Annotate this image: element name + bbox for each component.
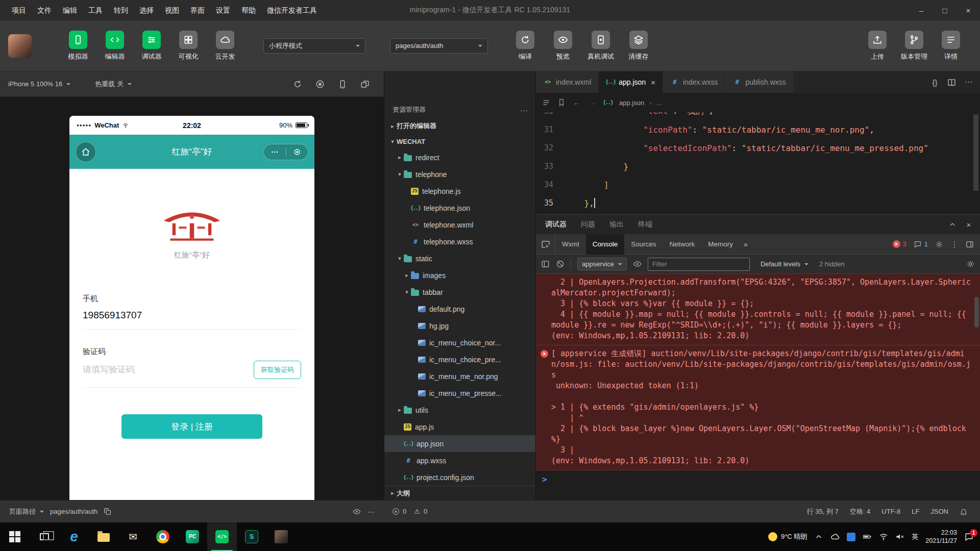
tree-item[interactable]: ic_menu_choice_pre... xyxy=(384,351,535,368)
tree-item[interactable]: #telephone.wxss xyxy=(384,233,535,250)
taskbar-app-chrome[interactable] xyxy=(148,522,178,551)
menu-item[interactable]: 设置 xyxy=(210,0,236,20)
console-sidebar-icon[interactable] xyxy=(541,260,550,268)
notification-center-icon[interactable]: 1 xyxy=(964,532,974,542)
devtools-tab-console[interactable]: Console xyxy=(586,234,625,255)
toolbar-button-phonebug[interactable]: 真机调试 xyxy=(586,31,616,61)
taskbar-app-pycharm[interactable]: PC xyxy=(178,522,207,551)
tree-item[interactable]: #app.wxss xyxy=(384,452,535,469)
toolbar-button-details[interactable]: 详情 xyxy=(936,31,966,61)
menu-item[interactable]: 视图 xyxy=(159,0,185,20)
close-panel-icon[interactable]: × xyxy=(965,220,973,229)
tray-app-icon[interactable] xyxy=(847,533,855,541)
taskbar-app-wechat-mini[interactable]: S xyxy=(237,522,266,551)
capsule-menu[interactable] xyxy=(263,144,308,160)
explorer-more-icon[interactable]: ⋯ xyxy=(519,107,528,114)
dock-side-icon[interactable] xyxy=(966,240,974,248)
editor-tab[interactable]: #publish.wxss xyxy=(725,71,793,93)
tree-item[interactable]: ic_menu_me_nor.png xyxy=(384,368,535,385)
console-prompt[interactable]: > xyxy=(536,470,980,488)
outline-list-icon[interactable] xyxy=(542,98,550,107)
close-window-button[interactable]: × xyxy=(957,0,980,20)
menu-item[interactable]: 项目 xyxy=(6,0,32,20)
toolbar-button-phone[interactable]: 模拟器 xyxy=(63,31,93,61)
tree-item[interactable]: <>telephone.wxml xyxy=(384,216,535,233)
inspect-element-icon[interactable] xyxy=(536,234,555,255)
language-mode[interactable]: JSON xyxy=(930,508,948,515)
more-icon[interactable] xyxy=(264,148,286,156)
hot-reload-select[interactable]: 热重载 关 xyxy=(95,80,132,89)
more-devtools-tabs-icon[interactable]: » xyxy=(740,240,752,248)
message-count-badge[interactable]: 1 xyxy=(914,240,928,248)
taskbar-app-file-explorer[interactable] xyxy=(89,522,118,551)
devtools-tab-memory[interactable]: Memory xyxy=(701,234,740,255)
tree-item[interactable]: ▾tabbar xyxy=(384,284,535,300)
warning-count[interactable]: 0 xyxy=(424,508,427,515)
device-select[interactable]: iPhone 5 100% 16 xyxy=(8,80,70,88)
tree-item[interactable]: JSapp.js xyxy=(384,418,535,435)
debugger-panel-tab[interactable]: 输出 xyxy=(609,220,624,229)
detach-window-icon[interactable] xyxy=(360,80,370,89)
navigate-forward-icon[interactable]: → xyxy=(588,98,596,107)
menu-item[interactable]: 文件 xyxy=(32,0,57,20)
project-root-section[interactable]: ▾WECHAT xyxy=(384,134,535,149)
weather-widget[interactable]: 9°C 晴朗 xyxy=(768,532,807,541)
devtools-settings-icon[interactable] xyxy=(935,240,943,248)
editor-scrollbar[interactable] xyxy=(973,114,978,191)
toolbar-button-debug[interactable]: 调试器 xyxy=(137,31,166,61)
tree-item[interactable]: {..}telephone.json xyxy=(384,199,535,216)
tree-item[interactable]: ▸images xyxy=(384,267,535,284)
cursor-position[interactable]: 行 35, 列 7 xyxy=(807,507,839,516)
bookmark-icon[interactable] xyxy=(557,98,566,107)
code-editor[interactable]: 30 "text": "我的",31 "iconPath": "static/t… xyxy=(536,112,980,214)
tree-item[interactable]: hg.jpg xyxy=(384,317,535,334)
debugger-panel-tab[interactable]: 问题 xyxy=(581,220,595,229)
editor-tab[interactable]: <>index.wxml xyxy=(536,71,599,93)
tray-expand-icon[interactable] xyxy=(814,532,823,541)
device-frame-icon[interactable] xyxy=(338,80,347,89)
volume-muted-icon[interactable] xyxy=(895,532,904,541)
eol-setting[interactable]: LF xyxy=(912,508,919,515)
log-levels-select[interactable]: Default levels xyxy=(756,258,813,270)
menu-item[interactable]: 转到 xyxy=(108,0,134,20)
tree-item[interactable]: ▸redirect xyxy=(384,149,535,166)
expand-panel-icon[interactable] xyxy=(948,220,957,229)
outline-section[interactable]: ▸大纲 xyxy=(384,486,535,500)
close-tab-icon[interactable]: × xyxy=(651,78,655,87)
clock[interactable]: 22:03 2021/11/27 xyxy=(925,529,957,545)
login-register-button[interactable]: 登录 | 注册 xyxy=(121,414,262,439)
taskbar-app-photos[interactable] xyxy=(266,522,296,551)
user-avatar[interactable] xyxy=(8,34,32,58)
menu-item[interactable]: 编辑 xyxy=(57,0,83,20)
taskbar-app-task-view[interactable] xyxy=(30,522,59,551)
toolbar-button-grid[interactable]: 可视化 xyxy=(174,31,203,61)
bell-icon[interactable] xyxy=(960,508,968,516)
error-count[interactable]: 0 xyxy=(403,508,406,515)
maximize-button[interactable]: □ xyxy=(933,0,957,20)
tree-item[interactable]: JStelephone.js xyxy=(384,183,535,199)
console-scrollbar[interactable] xyxy=(974,297,979,328)
toolbar-button-eye[interactable]: 预览 xyxy=(548,31,578,61)
devtools-menu-icon[interactable]: ⋮ xyxy=(950,240,959,248)
copy-path-icon[interactable] xyxy=(104,508,112,516)
split-editor-icon[interactable] xyxy=(947,78,956,87)
menu-item[interactable]: 选择 xyxy=(134,0,159,20)
status-more-icon[interactable]: ⋯ xyxy=(367,508,375,516)
console-filter-input[interactable] xyxy=(648,258,750,271)
tree-item[interactable]: ▾static xyxy=(384,250,535,267)
devtools-tab-network[interactable]: Network xyxy=(663,234,702,255)
encoding[interactable]: UTF-8 xyxy=(881,508,900,515)
toolbar-button-branch[interactable]: 版本管理 xyxy=(899,31,929,61)
tree-item[interactable]: {..}app.json xyxy=(384,435,535,452)
editor-tab[interactable]: #index.wxss xyxy=(663,71,725,93)
taskbar-app-edge[interactable]: e xyxy=(59,522,89,551)
error-count-badge[interactable]: ×3 xyxy=(893,240,906,248)
input-language[interactable]: 英 xyxy=(912,532,918,541)
restart-icon[interactable] xyxy=(293,80,302,89)
open-editors-section[interactable]: ▸打开的编辑器 xyxy=(384,118,535,134)
editor-tab[interactable]: {..}app.json× xyxy=(599,71,663,93)
taskbar-app-wechat-devtools[interactable]: </> xyxy=(207,522,237,551)
tree-item[interactable]: {..}project.config.json xyxy=(384,469,535,486)
editor-more-icon[interactable]: ⋯ xyxy=(964,78,973,87)
mode-select[interactable]: 小程序模式 xyxy=(263,38,365,54)
